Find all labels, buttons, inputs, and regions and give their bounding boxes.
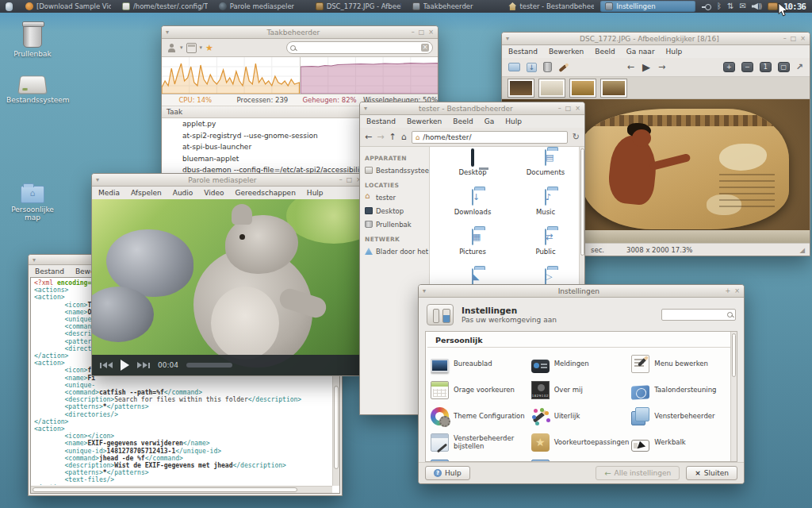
close-icon[interactable]: × [734,287,740,294]
menu-ga[interactable]: Ga [485,117,495,125]
maximize-icon[interactable]: □ [419,29,425,36]
next-track-icon[interactable] [137,362,150,368]
settings-item-uiterlijk[interactable]: Uiterlijk [531,403,632,429]
menu-hulp[interactable]: Hulp [666,48,683,56]
file-item-music[interactable]: ♪Music [509,190,582,229]
back-icon[interactable]: ← [365,132,372,142]
menu-hulp[interactable]: Hulp [505,117,522,125]
open-icon[interactable] [508,63,520,71]
taskbar-button-parole-mediaspeler[interactable]: Parole mediaspeler [214,1,309,12]
maximize-icon[interactable]: □ [565,105,572,112]
thumbnail[interactable] [601,79,626,97]
chevron-down-icon[interactable]: ▾ [180,44,183,51]
menu-video[interactable]: Video [204,189,224,197]
seek-bar[interactable] [186,363,232,368]
settings-item-menu-bewerken[interactable]: Menu bewerken [631,351,732,377]
path-bar[interactable]: ⌂ /home/tester/ [412,131,568,144]
settings-item-meldingen[interactable]: Meldingen [531,351,632,377]
menu-hulp[interactable]: Hulp [307,189,324,197]
image-viewer-titlebar[interactable]: ▾ DSC_1772.JPG - Afbeeldingkijker [8/16]… [502,33,810,45]
play-icon[interactable] [121,360,129,371]
favorites-icon[interactable]: ★ [205,43,213,53]
menu-bestand[interactable]: Bestand [508,48,538,56]
thumbnail[interactable] [508,79,534,97]
save-icon[interactable]: ↓ [527,63,537,72]
video-display[interactable]: 00:04 [92,199,366,375]
settings-search-input[interactable] [665,310,726,318]
taskbar-button-home-tester-config-thunar[interactable]: /home/tester/.config/Thunar... [117,1,213,12]
taskbar-button-tester-bestandbeheerder[interactable]: tester - Bestandbeheerder [504,1,599,12]
forward-icon[interactable]: → [377,132,384,142]
zoom-out-button[interactable]: − [741,62,753,72]
thumbnail[interactable] [539,79,565,97]
taskbar-button-download-sample-videos[interactable]: [Download Sample Videos / ... [21,1,116,12]
up-icon[interactable]: ↑ [389,132,396,142]
settings-item-taalondersteuning[interactable]: Taalondersteuning [631,377,732,403]
desktop-icon-prullenbak[interactable]: Prullenbak [6,24,59,58]
delete-icon[interactable] [543,62,552,72]
minimize-icon[interactable]: – [412,29,415,36]
settings-titlebar[interactable]: ▾ Instellingen +× [419,285,744,298]
slideshow-icon[interactable]: ▶ [642,61,650,73]
menu-bewerken[interactable]: Bewerken [407,117,442,125]
settings-item-over-mij[interactable]: Over mij [531,377,632,403]
close-button[interactable]: × Sluiten [686,466,737,480]
settings-search-box[interactable] [661,309,736,321]
desktop-icon-persoonlijke-map[interactable]: Persoonlijke map [6,186,59,221]
rollup-icon[interactable]: ▾ [33,256,42,264]
taskbar-button-instellingen[interactable]: Instellingen [600,1,695,12]
media-player-titlebar[interactable]: ▾ Parole mediaspeler –□× [92,174,366,187]
maximize-icon[interactable]: + [726,287,731,294]
bluetooth-icon[interactable]: ᛒ [717,0,722,13]
menu-ga-naar[interactable]: Ga naar [626,48,655,56]
network-icon[interactable]: ⇅ [727,0,733,13]
settings-item-voorkeurtoepassingen[interactable]: Voorkeurtoepassingen [531,429,632,456]
home-icon[interactable]: ⌂ [401,132,407,142]
volume-icon[interactable] [752,2,762,10]
thumbnail[interactable] [570,79,596,97]
taskbar-button-dsc-1772-jpg-afbeeldingki[interactable]: DSC_1772.JPG - Afbeeldingki... [311,1,406,12]
vertical-scrollbar[interactable] [730,332,737,461]
help-button[interactable]: ? Hulp [425,466,470,480]
file-item-public[interactable]: ⇄Public [509,229,582,269]
minimize-icon[interactable]: – [339,176,343,183]
menu-bewerken[interactable]: Bewerken [549,48,584,56]
taskbar-button-taakbeheerder[interactable]: Taakbeheerder [408,1,503,12]
zoom-fit-button[interactable]: ▢ [778,62,790,72]
menu-bestand[interactable]: Bestand [35,267,64,275]
next-image-icon[interactable]: → [658,62,665,72]
edit-icon[interactable] [558,62,569,71]
rollup-icon[interactable]: ▾ [166,29,175,36]
close-icon[interactable]: × [800,35,806,42]
chevron-down-icon[interactable]: ▾ [200,44,203,51]
previous-track-icon[interactable] [100,362,113,368]
previous-image-icon[interactable]: ← [627,62,634,72]
rollup-icon[interactable]: ▾ [364,105,373,112]
power-manager-icon[interactable] [702,3,711,10]
file-item-downloads[interactable]: ↓Downloads [436,190,509,229]
close-icon[interactable]: × [428,29,434,36]
file-item-documents[interactable]: ▤Documents [509,150,582,190]
close-icon[interactable]: × [575,105,580,112]
mail-icon[interactable]: ✉ [739,0,745,13]
rollup-icon[interactable]: ▾ [423,287,432,294]
task-manager-titlebar[interactable]: ▾ Taakbeheerder –□× [162,26,438,39]
task-search-input[interactable] [298,44,419,52]
applications-menu-button[interactable] [0,0,17,13]
maximize-icon[interactable]: □ [347,176,353,183]
sidebar-item-prullenbak[interactable]: Prullenbak [360,217,429,231]
settings-item-xfce[interactable]: Xfce [531,456,632,462]
clear-search-icon[interactable]: × [421,44,429,52]
rollup-icon[interactable]: ▾ [506,35,515,42]
window-list-icon[interactable] [768,2,778,10]
settings-item-xfce[interactable] [431,456,531,462]
minimize-icon[interactable]: – [558,105,561,112]
settings-item-vensterbeheerder[interactable]: Vensterbeheerder [631,403,732,429]
user-filter-icon[interactable] [167,43,177,53]
menu-bestand[interactable]: Bestand [366,117,396,125]
horizontal-scrollbar[interactable] [31,486,332,493]
task-search-box[interactable]: × [286,41,433,54]
settings-item-vensterbeheerder-bijstellen[interactable]: Vensterbeheerder bijstellen [431,429,531,456]
all-settings-button[interactable]: ← Alle instellingen [596,466,680,480]
rollup-icon[interactable]: ▾ [96,176,105,183]
